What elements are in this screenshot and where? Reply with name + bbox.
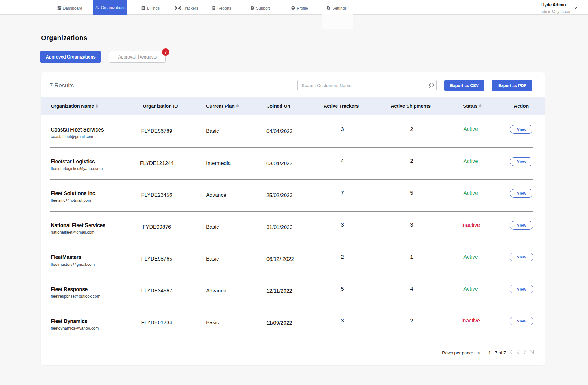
svg-text:?: ? [252,7,253,10]
